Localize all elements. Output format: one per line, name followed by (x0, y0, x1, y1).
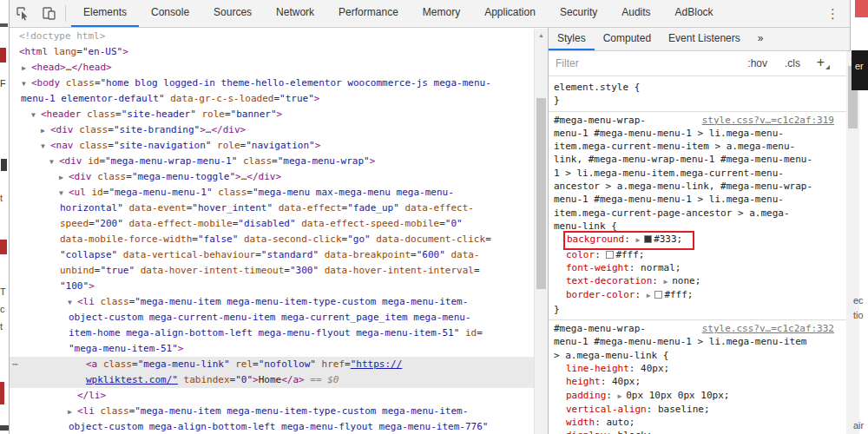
sidebar-tab-event-listeners[interactable]: Event Listeners (660, 28, 749, 50)
dom-node-line[interactable]: ⋯<a class="mega-menu-link" rel="nofollow… (10, 357, 534, 372)
dom-node-line[interactable]: item-home mega-align-bottom-left mega-me… (10, 326, 534, 341)
css-property-value[interactable]: #fff; (664, 289, 693, 300)
css-selector[interactable]: menu-1 #mega-menu-menu-1 > li.mega-menu- (554, 127, 833, 140)
css-selector[interactable]: 1 > li.mega-menu-item.mega-current-menu- (554, 167, 833, 180)
css-selector[interactable]: > a.mega-menu-link { (554, 349, 833, 362)
new-style-rule-dropdown-icon[interactable] (825, 65, 830, 69)
dom-node-line[interactable]: "mega-menu-item-51"> (10, 341, 534, 357)
css-selector[interactable]: menu-1 #mega-menu-menu-1 > li.mega-menu- (554, 193, 833, 206)
dom-node-line[interactable]: <html lang="en-US"> (10, 44, 534, 60)
dom-node-line[interactable]: ▶<head>…</head> (10, 60, 534, 76)
dom-node-line[interactable]: "100"> (10, 279, 534, 294)
dom-node-line[interactable]: ▼<header class="site-header" role="banne… (10, 107, 534, 122)
dom-node-line[interactable]: horizontal" data-event="hover_intent" da… (10, 201, 534, 216)
css-property-name[interactable]: height (566, 376, 601, 387)
device-toolbar-icon[interactable] (36, 0, 62, 27)
css-property-value[interactable]: block; (618, 430, 653, 434)
css-property-name[interactable]: color (566, 249, 595, 260)
css-selector[interactable]: element.style { (554, 81, 833, 94)
css-property-name[interactable]: text-decoration (566, 275, 652, 286)
elements-scrollbar-thumb[interactable] (536, 98, 546, 289)
css-property-value[interactable]: none; (672, 275, 700, 286)
css-selector[interactable]: item.mega-current-page-ancestor > a.mega… (554, 207, 833, 220)
expand-value-icon[interactable]: ▶ (635, 236, 644, 244)
collapsed-arrow-icon[interactable]: ▶ (41, 123, 45, 139)
dom-node-line[interactable]: ▼<li class="mega-menu-item mega-menu-ite… (10, 294, 534, 310)
css-property[interactable]: font-weight: normal; (554, 261, 833, 274)
css-property-name[interactable]: width (566, 417, 595, 428)
dom-node-line[interactable]: wpkliktest.com/" tabindex="0">Home</a> =… (10, 372, 534, 388)
css-property-value[interactable]: #333; (654, 233, 682, 245)
css-property-value[interactable]: 0px 10px 0px 10px; (626, 390, 729, 401)
css-selector[interactable]: ancestor > a.mega-menu-link, #mega-menu-… (554, 180, 833, 193)
dom-node-line[interactable]: ▶<div class="site-branding">…</div> (10, 122, 534, 138)
dom-node-line[interactable]: ▶<div class="mega-menu-toggle">…</div> (10, 169, 534, 185)
dom-node-line[interactable]: menu-1 elementor-default" data-gr-c-s-lo… (10, 91, 534, 107)
inspect-icon[interactable] (10, 0, 36, 27)
scroll-up-icon[interactable]: ▲ (535, 29, 548, 42)
tab-security[interactable]: Security (548, 0, 609, 27)
css-property-value[interactable]: 40px; (641, 363, 669, 374)
dom-node-line[interactable]: data-mobile-force-width="false" data-sec… (10, 232, 534, 247)
dom-node-line[interactable]: unbind="true" data-hover-intent-timeout=… (10, 263, 534, 279)
css-property-name[interactable]: font-weight (566, 262, 629, 273)
css-property-value[interactable]: #fff; (615, 249, 644, 260)
css-property[interactable]: display: block; (554, 429, 833, 434)
dom-node-line[interactable]: ▶<li class="mega-menu-item mega-menu-ite… (10, 404, 534, 419)
css-property-value[interactable]: 40px; (612, 376, 641, 387)
dom-node-line[interactable]: ▼<ul id="mega-menu-menu-1" class="mega-m… (10, 185, 534, 201)
expanded-arrow-icon[interactable]: ▼ (22, 76, 26, 92)
dom-node-line[interactable]: ▼<nav class="site-navigation" role="navi… (10, 138, 534, 154)
stylesheet-link[interactable]: style.css?v…=c1c2af:332 (702, 322, 834, 335)
tab-audits[interactable]: Audits (609, 0, 662, 27)
toggle-element-state-button[interactable]: :hov (747, 57, 767, 69)
color-swatch[interactable] (654, 291, 662, 299)
css-selector[interactable]: link, #mega-menu-wrap-menu-1 #mega-menu-… (554, 153, 833, 166)
css-property-value[interactable]: normal; (641, 262, 681, 273)
expand-value-icon[interactable]: ▶ (647, 292, 655, 299)
stylesheet-link[interactable]: style.css?v…=c1c2af:319 (702, 114, 834, 127)
expand-value-icon[interactable]: ▶ (664, 278, 673, 286)
tab-console[interactable]: Console (139, 0, 201, 27)
element-classes-button[interactable]: .cls (785, 57, 800, 69)
css-property[interactable]: line-height: 40px; (554, 362, 833, 375)
more-tabs-icon[interactable]: » (749, 28, 773, 50)
css-selector[interactable]: menu-1 #mega-menu-menu-1 > li.mega-menu-… (554, 335, 833, 348)
filter-input[interactable]: Filter (556, 57, 579, 69)
tab-sources[interactable]: Sources (201, 0, 264, 27)
new-style-rule-button[interactable]: + (817, 55, 825, 70)
expanded-arrow-icon[interactable]: ▼ (68, 295, 72, 311)
css-selector[interactable]: item.mega-current-menu-item > a.mega-men… (554, 140, 833, 153)
sidebar-tab-styles[interactable]: Styles (549, 28, 595, 50)
tab-application[interactable]: Application (472, 0, 548, 27)
css-property[interactable]: padding: ▶ 0px 10px 0px 10px; (554, 389, 833, 403)
sidebar-tab-computed[interactable]: Computed (595, 28, 660, 50)
color-swatch[interactable] (644, 235, 652, 243)
dom-node-line[interactable]: </li> (10, 388, 534, 404)
dom-node-line[interactable]: ▼<div id="mega-menu-wrap-menu-1" class="… (10, 154, 534, 169)
dom-node-line[interactable]: object-custom mega-current-menu-item meg… (10, 310, 534, 326)
expanded-arrow-icon[interactable]: ▼ (59, 186, 63, 201)
tab-adblock[interactable]: AdBlock (663, 0, 726, 27)
dom-node-line[interactable]: object-custom mega-align-bottom-left meg… (10, 419, 534, 434)
elements-scrollbar[interactable]: ▲ (534, 29, 548, 434)
dom-node-line[interactable]: speed="200" data-effect-mobile="disabled… (10, 216, 534, 232)
expand-value-icon[interactable]: ▶ (618, 392, 627, 400)
color-swatch[interactable] (606, 251, 614, 259)
styles-scrollbar[interactable]: ▲ (846, 51, 859, 434)
css-property-name[interactable]: line-height (566, 363, 629, 374)
css-property[interactable]: border-color: ▶ #fff; (554, 288, 833, 302)
node-options-icon[interactable]: ⋯ (12, 357, 18, 372)
expanded-arrow-icon[interactable]: ▼ (49, 155, 54, 170)
css-property[interactable]: vertical-align: baseline; (554, 403, 833, 416)
tab-elements[interactable]: Elements (71, 0, 139, 27)
dom-node-line[interactable]: "collapse" data-vertical-behaviour="stan… (10, 247, 534, 263)
css-property[interactable]: text-decoration: ▶ none; (554, 274, 833, 288)
tab-network[interactable]: Network (264, 0, 326, 27)
collapsed-arrow-icon[interactable]: ▶ (59, 170, 63, 186)
css-property[interactable]: width: auto; (554, 416, 833, 429)
css-property-name[interactable]: padding (566, 390, 606, 401)
css-property[interactable]: height: 40px; (554, 375, 833, 388)
dom-node-line[interactable]: ▼<body class="home blog logged-in theme-… (10, 76, 534, 91)
css-property[interactable]: background: ▶ #333; (554, 233, 833, 247)
